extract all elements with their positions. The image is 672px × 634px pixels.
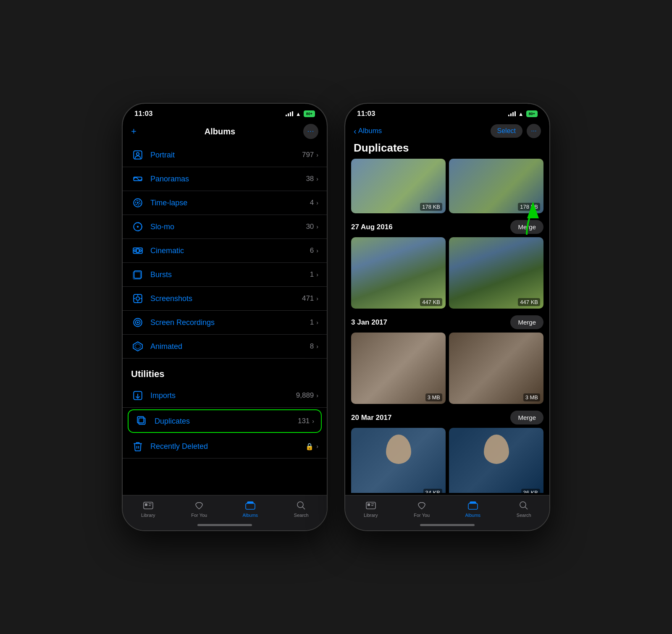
album-item-recentlydeleted[interactable]: Recently Deleted 🔒 › — [123, 435, 327, 458]
duplicate-images-2: 447 KB 447 KB — [351, 237, 543, 309]
svg-rect-22 — [139, 418, 145, 424]
albums-tab-icon-right — [467, 500, 479, 511]
svg-rect-33 — [368, 503, 370, 506]
album-item-bursts[interactable]: Bursts 1 › — [123, 263, 327, 287]
svg-point-9 — [134, 250, 136, 252]
status-icons-right: ▲ 80+ — [508, 110, 538, 117]
tab-library-right[interactable]: Library — [345, 500, 396, 518]
merge-button-4[interactable]: Merge — [510, 411, 543, 424]
duplicate-group-1: 178 KB 178 KB — [351, 159, 543, 213]
album-item-slomo[interactable]: Slo-mo 30 › — [123, 215, 327, 239]
image-size-2a: 447 KB — [420, 298, 442, 306]
tab-library[interactable]: Library — [123, 500, 174, 518]
album-name-recentlydeleted: Recently Deleted — [150, 442, 305, 451]
tab-albums-right[interactable]: Albums — [447, 500, 499, 518]
tab-search[interactable]: Search — [276, 500, 327, 518]
duplicate-image-1b[interactable]: 178 KB — [449, 159, 543, 213]
tab-search-label: Search — [294, 513, 309, 518]
album-item-cinematic[interactable]: Cinematic 6 › — [123, 239, 327, 263]
svg-line-30 — [302, 507, 305, 509]
group-header-4: 20 Mar 2017 Merge — [351, 411, 543, 424]
svg-point-1 — [136, 153, 139, 156]
group-date-3: 3 Jan 2017 — [351, 318, 387, 327]
slomo-icon — [131, 220, 144, 233]
album-name-timelapse: Time-lapse — [150, 199, 310, 207]
back-button[interactable]: ‹ Albums — [354, 126, 382, 136]
album-item-panoramas[interactable]: Panoramas 38 › — [123, 167, 327, 191]
notch — [191, 104, 258, 118]
album-item-portrait[interactable]: Portrait 797 › — [123, 143, 327, 167]
duplicate-group-3: 3 Jan 2017 Merge 3 MB 3 MB — [351, 315, 543, 404]
duplicate-images-1: 178 KB 178 KB — [351, 159, 543, 213]
imports-icon — [131, 389, 144, 402]
duplicate-image-3a[interactable]: 3 MB — [351, 333, 446, 404]
album-name-portrait: Portrait — [150, 151, 302, 160]
svg-rect-25 — [145, 503, 147, 506]
tab-albums[interactable]: Albums — [225, 500, 276, 518]
group-header-3: 3 Jan 2017 Merge — [351, 315, 543, 329]
duplicate-image-4a[interactable]: 34 KB — [351, 428, 446, 493]
duplicate-images-4: 34 KB 36 KB — [351, 428, 543, 493]
album-count-timelapse: 4 — [310, 199, 314, 207]
duplicate-image-2a[interactable]: 447 KB — [351, 237, 446, 309]
add-album-button[interactable]: + — [131, 126, 136, 137]
phone-right: 11:03 ▲ 80+ ‹ Albums Select ··· — [344, 103, 550, 531]
album-item-screenshots[interactable]: Screenshots 471 › — [123, 287, 327, 311]
signal-icon-right — [508, 111, 516, 116]
trash-icon — [131, 440, 144, 453]
wifi-icon: ▲ — [296, 111, 301, 117]
duplicates-scroll[interactable]: 178 KB 178 KB — [345, 159, 549, 493]
duplicates-nav: ‹ Albums Select ··· — [345, 121, 549, 140]
status-icons-left: ▲ 80+ — [286, 110, 315, 117]
album-name-duplicates: Duplicates — [155, 417, 298, 426]
merge-button-2[interactable]: Merge — [510, 220, 543, 234]
select-button[interactable]: Select — [491, 124, 522, 138]
home-indicator-left — [197, 524, 252, 526]
timelapse-icon — [131, 196, 144, 210]
tab-albums-label-right: Albums — [465, 513, 480, 518]
duplicate-image-1a[interactable]: 178 KB — [351, 159, 446, 213]
tab-foryou[interactable]: For You — [174, 500, 225, 518]
image-size-3a: 3 MB — [425, 393, 442, 401]
tab-library-label-right: Library — [364, 513, 378, 518]
albums-header: + Albums ··· — [123, 121, 327, 143]
portrait-icon — [131, 148, 144, 162]
album-item-screenrec[interactable]: Screen Recordings 1 › — [123, 311, 327, 335]
album-item-timelapse[interactable]: Time-lapse 4 › — [123, 191, 327, 215]
tab-albums-label: Albums — [242, 513, 258, 518]
album-item-imports[interactable]: Imports 9,889 › — [123, 384, 327, 408]
battery-badge-left: 80+ — [304, 110, 315, 117]
more-options-button-right[interactable]: ··· — [527, 124, 541, 138]
more-options-button[interactable]: ··· — [303, 124, 318, 139]
album-name-imports: Imports — [150, 391, 296, 400]
album-count-imports: 9,889 — [296, 391, 314, 400]
album-name-bursts: Bursts — [150, 270, 310, 279]
svg-point-5 — [137, 202, 139, 204]
album-name-panoramas: Panoramas — [150, 175, 306, 183]
duplicate-image-4b[interactable]: 36 KB — [449, 428, 543, 493]
svg-line-38 — [525, 507, 528, 509]
image-size-4b: 36 KB — [521, 489, 540, 493]
album-count-cinematic: 6 — [310, 246, 314, 255]
svg-point-15 — [136, 297, 140, 301]
merge-button-3[interactable]: Merge — [510, 315, 543, 329]
tab-foryou-right[interactable]: For You — [396, 500, 448, 518]
svg-point-10 — [139, 250, 141, 252]
duplicate-image-3b[interactable]: 3 MB — [449, 333, 543, 404]
status-time-right: 11:03 — [357, 110, 375, 118]
foryou-tab-icon-right — [416, 500, 428, 511]
tab-foryou-label-right: For You — [414, 513, 430, 518]
screenrec-icon — [131, 316, 144, 329]
album-name-slomo: Slo-mo — [150, 223, 306, 231]
phone-left: 11:03 ▲ 80+ + Albums ··· — [122, 103, 328, 531]
album-item-animated[interactable]: Animated 8 › — [123, 335, 327, 359]
album-name-cinematic: Cinematic — [150, 246, 310, 255]
notch-right — [414, 104, 481, 118]
tab-search-right[interactable]: Search — [499, 500, 550, 518]
album-item-duplicates[interactable]: Duplicates 131 › — [128, 409, 322, 433]
svg-rect-36 — [468, 503, 478, 509]
duplicate-image-2b[interactable]: 447 KB — [449, 237, 543, 309]
group-date-4: 20 Mar 2017 — [351, 414, 391, 422]
image-size-3b: 3 MB — [523, 393, 540, 401]
animated-icon — [131, 340, 144, 353]
